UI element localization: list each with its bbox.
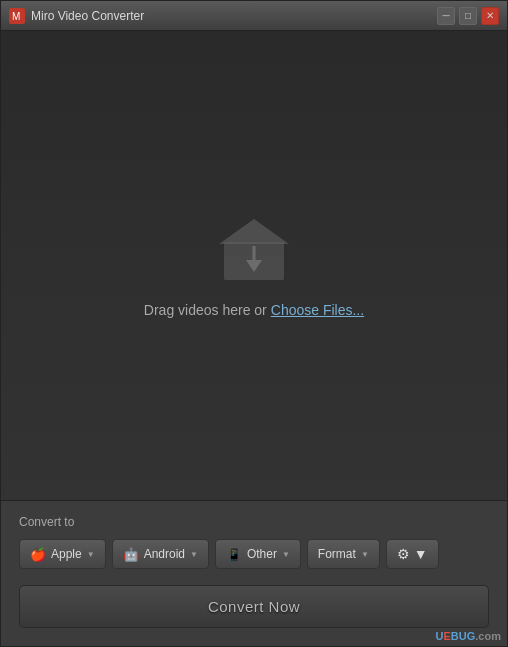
format-arrow: ▼ xyxy=(361,550,369,559)
window-controls: ─ □ ✕ xyxy=(437,7,499,25)
android-arrow: ▼ xyxy=(190,550,198,559)
bottom-panel: Convert to 🍎 Apple ▼ 🤖 Android ▼ 📱 Other… xyxy=(1,501,507,646)
gear-icon: ⚙ xyxy=(397,546,410,562)
drop-icon xyxy=(214,214,294,284)
apple-arrow: ▼ xyxy=(87,550,95,559)
apple-button[interactable]: 🍎 Apple ▼ xyxy=(19,539,106,569)
android-label: Android xyxy=(144,547,185,561)
other-arrow: ▼ xyxy=(282,550,290,559)
other-icon: 📱 xyxy=(226,547,242,562)
svg-text:M: M xyxy=(12,11,20,22)
app-icon: M xyxy=(9,8,25,24)
android-button[interactable]: 🤖 Android ▼ xyxy=(112,539,209,569)
drop-text: Drag videos here or Choose Files... xyxy=(144,302,364,318)
settings-button[interactable]: ⚙ ▼ xyxy=(386,539,439,569)
title-bar: M Miro Video Converter ─ □ ✕ xyxy=(1,1,507,31)
device-buttons: 🍎 Apple ▼ 🤖 Android ▼ 📱 Other ▼ Format ▼ xyxy=(19,539,489,569)
convert-now-button[interactable]: Convert Now xyxy=(19,585,489,628)
format-button[interactable]: Format ▼ xyxy=(307,539,380,569)
apple-label: Apple xyxy=(51,547,82,561)
main-window: M Miro Video Converter ─ □ ✕ Drag videos… xyxy=(0,0,508,647)
other-label: Other xyxy=(247,547,277,561)
convert-to-label: Convert to xyxy=(19,515,489,529)
watermark-text: U xyxy=(436,630,444,642)
minimize-button[interactable]: ─ xyxy=(437,7,455,25)
watermark-text3: BUG xyxy=(451,630,475,642)
close-button[interactable]: ✕ xyxy=(481,7,499,25)
svg-marker-4 xyxy=(219,219,289,244)
maximize-button[interactable]: □ xyxy=(459,7,477,25)
watermark-text2: E xyxy=(444,630,451,642)
drag-label: Drag videos here or xyxy=(144,302,267,318)
watermark-suffix: .com xyxy=(475,630,501,642)
format-label: Format xyxy=(318,547,356,561)
choose-files-link[interactable]: Choose Files... xyxy=(271,302,364,318)
drop-zone[interactable]: Drag videos here or Choose Files... xyxy=(1,31,507,501)
android-icon: 🤖 xyxy=(123,547,139,562)
watermark: UEBUG.com xyxy=(436,630,501,642)
apple-icon: 🍎 xyxy=(30,547,46,562)
window-title: Miro Video Converter xyxy=(31,9,437,23)
other-button[interactable]: 📱 Other ▼ xyxy=(215,539,301,569)
settings-arrow: ▼ xyxy=(414,546,428,562)
